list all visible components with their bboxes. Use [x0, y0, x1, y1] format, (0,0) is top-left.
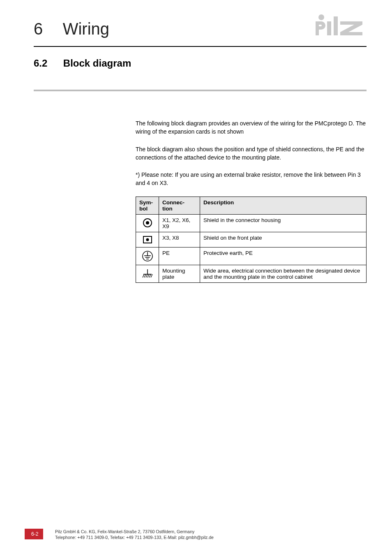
section-rule	[34, 90, 367, 91]
footer-text: Pilz GmbH & Co. KG, Felix-Wankel-Straße …	[55, 529, 214, 540]
svg-point-4	[146, 221, 149, 224]
page-footer: 6-2 Pilz GmbH & Co. KG, Felix-Wankel-Str…	[34, 525, 367, 541]
symbol-table: Sym- bol Connec- tion Description	[136, 197, 367, 283]
table-cell-connection: X3, X8	[159, 232, 200, 247]
table-row: X1, X2, X6, X9 Shield in the connector h…	[136, 214, 367, 232]
page-number-badge: 6-2	[25, 529, 43, 539]
svg-line-15	[144, 274, 146, 278]
shield-frontplate-icon	[136, 232, 159, 247]
body-column: The following block diagram provides an …	[136, 119, 367, 283]
table-cell-description: Protective earth, PE	[200, 247, 367, 265]
page-header: 6 Wiring	[34, 20, 367, 49]
section-heading: 6.2 Block diagram	[34, 58, 367, 69]
shield-connector-icon	[136, 214, 159, 232]
table-cell-description: Wide area, electrical connection between…	[200, 265, 367, 282]
header-rule	[34, 46, 367, 47]
chapter-title: Wiring	[63, 20, 109, 38]
table-header-connection-l2: tion	[162, 206, 173, 212]
table-header-connection-l1: Connec-	[162, 199, 184, 206]
paragraph: The following block diagram provides an …	[136, 119, 367, 136]
table-header-symbol: Sym- bol	[136, 197, 159, 214]
table-header-symbol-l1: Sym-	[139, 199, 153, 206]
table-header-description: Description	[200, 197, 367, 214]
svg-point-0	[318, 14, 324, 20]
table-cell-connection: Mounting plate	[159, 265, 200, 282]
table-cell-connection: PE	[159, 247, 200, 265]
table-cell-connection: X1, X2, X6, X9	[159, 214, 200, 232]
svg-line-14	[143, 274, 144, 278]
table-row: PE Protective earth, PE	[136, 247, 367, 265]
svg-rect-1	[327, 21, 331, 35]
svg-line-16	[146, 274, 148, 278]
table-header-connection: Connec- tion	[159, 197, 200, 214]
svg-rect-2	[334, 16, 338, 35]
chapter-number: 6	[34, 20, 43, 38]
mounting-plate-icon	[136, 265, 159, 282]
footer-line2: Telephone: +49 711 3409-0, Telefax: +49 …	[55, 535, 214, 540]
table-header-row: Sym- bol Connec- tion Description	[136, 197, 367, 214]
table-cell-description: Shield on the front plate	[200, 232, 367, 247]
section-title: Block diagram	[63, 58, 131, 69]
svg-line-18	[149, 274, 151, 278]
table-cell-description: Shield in the connector housing	[200, 214, 367, 232]
pilz-logo-icon	[313, 12, 367, 39]
table-row: X3, X8 Shield on the front plate	[136, 232, 367, 247]
table-row: Mounting plate Wide area, electrical con…	[136, 265, 367, 282]
footer-line1: Pilz GmbH & Co. KG, Felix-Wankel-Straße …	[55, 529, 194, 534]
table-header-symbol-l2: bol	[139, 206, 148, 212]
paragraph: The block diagram also shows the positio…	[136, 145, 367, 162]
svg-point-6	[146, 238, 149, 241]
section-number: 6.2	[34, 58, 47, 69]
protective-earth-icon	[136, 247, 159, 265]
svg-line-17	[148, 274, 149, 278]
svg-line-19	[151, 274, 152, 278]
paragraph: *) Please note: If you are using an exte…	[136, 171, 367, 187]
